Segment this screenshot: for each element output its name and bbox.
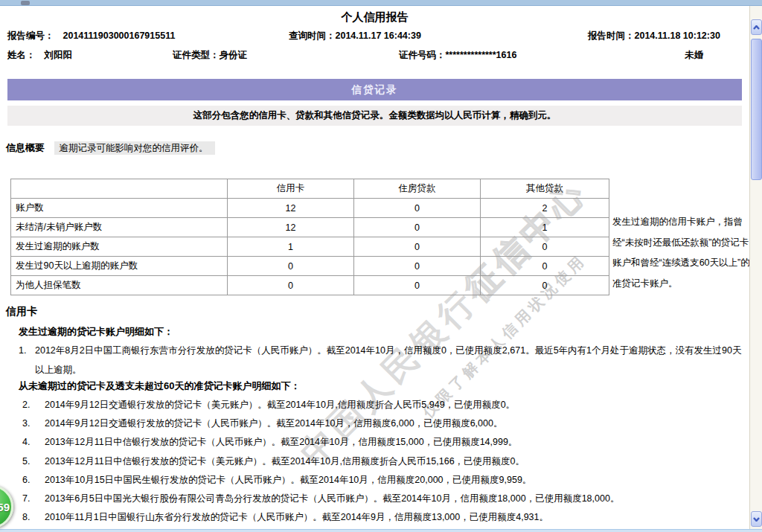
cell-value: 1: [228, 237, 354, 257]
list-item: 8. 2010年11月1日中国银行山东省分行发放的贷记卡（人民币账户）。截至20…: [22, 508, 748, 527]
item-text: 2014年9月12日交通银行发放的贷记卡（美元账户）。截至2014年10月,信用…: [45, 396, 748, 414]
page-title: 个人信用报告: [0, 10, 749, 25]
chevron-down-icon: [753, 517, 760, 522]
section-banner-credit-records: 信贷记录: [7, 79, 742, 100]
cell-value: 0: [228, 276, 354, 295]
credit-report-page: 中国人民银行征信中心 仅限了解本人信用状况使用 个人信用报告 报告编号：2014…: [0, 0, 762, 532]
item-text: 2013年12月11日中信银行发放的贷记卡（人民币账户）。截至2014年10月，…: [45, 433, 748, 452]
cell-value: 1: [481, 218, 609, 237]
list-item: 3. 2014年9月12日交通银行发放的贷记卡（人民币账户）。截至2014年10…: [22, 414, 748, 433]
table-row: 发生过90天以上逾期的账户数 0 0 0: [11, 257, 609, 276]
row-label: 未结清/未销户账户数: [11, 218, 228, 237]
list-item: 6. 2013年10月15日中国民生银行发放的贷记卡（人民币账户）。截至2014…: [22, 471, 748, 490]
window-icon: [21, 1, 30, 5]
cell-value: 0: [354, 276, 481, 295]
cell-value: 0: [354, 257, 481, 276]
window-bottom-strip: [0, 529, 762, 532]
item-text: 2012年8月2日中国工商银行东营市分行发放的贷记卡（人民币账户）。截至2014…: [35, 341, 744, 379]
normal-account-list: 2. 2014年9月12日交通银行发放的贷记卡（美元账户）。截至2014年10月…: [22, 396, 748, 532]
scrollbar-thumb[interactable]: [751, 39, 762, 180]
info-summary-label: 信息概要: [6, 142, 45, 153]
item-text: 2013年6月5日中国光大银行股份有限公司青岛分行发放的贷记卡（人民币账户）。截…: [45, 490, 748, 508]
cell-value: 0: [481, 276, 609, 295]
scroll-up-button[interactable]: [751, 19, 762, 35]
list-item: 2. 2014年9月12日交通银行发放的贷记卡（美元账户）。截至2014年10月…: [22, 396, 748, 414]
report-content: 个人信用报告 报告编号：2014111903000167915511 查询时间：…: [0, 6, 749, 532]
table-row: 账户数 12 0 2: [11, 199, 609, 218]
item-number: 6.: [22, 471, 45, 490]
report-time: 报告时间：2014.11.18 10:12:30: [588, 30, 720, 42]
overdue-accounts-heading: 发生过逾期的贷记卡账户明细如下：: [19, 325, 173, 339]
item-text: 2014年9月12日交通银行发放的贷记卡（人民币账户）。截至2014年10月，信…: [45, 414, 748, 433]
report-number: 报告编号：2014111903000167915511: [7, 30, 175, 42]
table-row: 发生过逾期的账户数 1 0 0: [11, 237, 609, 257]
cell-value: 0: [481, 237, 609, 257]
id-type: 证件类型：身份证: [173, 49, 247, 62]
cell-value: 12: [228, 218, 354, 237]
scroll-down-button[interactable]: [751, 511, 762, 527]
item-number: 3.: [22, 414, 45, 433]
credit-card-heading: 信用卡: [6, 305, 37, 318]
table-header-row: 信用卡 住房贷款 其他贷款: [11, 179, 609, 199]
report-meta-row: 报告编号：2014111903000167915511 查询时间：2014.11…: [0, 30, 749, 42]
overdue-definition-note: 发生过逾期的信用卡账户，指曾经“未按时还最低还款额”的贷记卡账户和曾经“连续透支…: [612, 212, 751, 294]
list-item: 5. 2013年12月11日中信银行发放的贷记卡（美元账户）。截至2014年10…: [22, 452, 748, 471]
row-label: 发生过逾期的账户数: [11, 237, 228, 257]
cell-value: 0: [481, 257, 609, 276]
item-number: 7.: [22, 490, 45, 508]
cell-value: 0: [228, 257, 354, 276]
marital-status: 未婚: [685, 49, 703, 62]
item-number: 4.: [22, 433, 45, 452]
overdue-account-list: 1. 2012年8月2日中国工商银行东营市分行发放的贷记卡（人民币账户）。截至2…: [19, 341, 744, 379]
cell-value: 12: [228, 199, 354, 218]
cell-value: 2: [481, 199, 609, 218]
window-top-strip: [0, 0, 762, 6]
summary-table-wrap: 信用卡 住房贷款 其他贷款 账户数 12 0 2 未结清/未销户账户数 12 0…: [10, 179, 609, 295]
vertical-scrollbar[interactable]: [749, 6, 762, 529]
header-housing-loan: 住房贷款: [354, 179, 481, 199]
table-row: 为他人担保笔数 0 0 0: [11, 276, 609, 295]
item-number: 1.: [19, 341, 35, 379]
list-item: 7. 2013年6月5日中国光大银行股份有限公司青岛分行发放的贷记卡（人民币账户…: [22, 490, 748, 508]
item-number: 2.: [22, 396, 45, 414]
header-credit-card: 信用卡: [228, 179, 354, 199]
info-summary-row: 信息概要 逾期记录可能影响对您的信用评价。: [6, 141, 215, 155]
id-number: 证件号码：**************1616: [399, 49, 516, 62]
cell-value: 0: [354, 218, 481, 237]
header-other-loan: 其他贷款: [481, 179, 609, 199]
cell-value: 0: [354, 237, 481, 257]
item-text: 2010年11月1日中国银行山东省分行发放的贷记卡（人民币账户）。截至2014年…: [45, 508, 748, 527]
list-item: 1. 2012年8月2日中国工商银行东营市分行发放的贷记卡（人民币账户）。截至2…: [19, 341, 744, 379]
cell-value: 0: [354, 199, 481, 218]
section-description: 这部分包含您的信用卡、贷款和其他信贷记录。金额类数据均以人民币计算，精确到元。: [7, 106, 742, 126]
list-item: 4. 2013年12月11日中信银行发放的贷记卡（人民币账户）。截至2014年1…: [22, 433, 748, 452]
summary-table: 信用卡 住房贷款 其他贷款 账户数 12 0 2 未结清/未销户账户数 12 0…: [10, 179, 609, 295]
table-row: 未结清/未销户账户数 12 0 1: [11, 218, 609, 237]
row-label: 发生过90天以上逾期的账户数: [11, 257, 228, 276]
person-name: 姓名：刘阳阳: [7, 49, 72, 62]
row-label: 为他人担保笔数: [11, 276, 228, 295]
chevron-up-icon: [753, 25, 760, 30]
badge-value: 59: [0, 501, 10, 513]
item-number: 5.: [22, 452, 45, 471]
item-text: 2013年10月15日中国民生银行发放的贷记卡（人民币账户）。截至2014年10…: [45, 471, 748, 490]
item-text: 2013年12月11日中信银行发放的贷记卡（美元账户）。截至2014年10月,信…: [45, 452, 748, 471]
query-time: 查询时间：2014.11.17 16:44:39: [289, 30, 421, 42]
normal-accounts-heading: 从未逾期过的贷记卡及透支未超过60天的准贷记卡账户明细如下：: [19, 379, 300, 393]
row-label: 账户数: [11, 199, 228, 218]
header-blank: [11, 179, 228, 199]
item-number: 8.: [22, 508, 45, 527]
info-summary-note: 逾期记录可能影响对您的信用评价。: [54, 141, 215, 155]
person-meta-row: 姓名：刘阳阳 证件类型：身份证 证件号码：**************1616 …: [0, 49, 749, 61]
